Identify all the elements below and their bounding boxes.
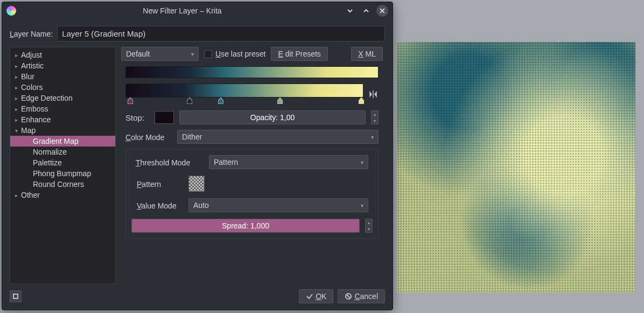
spread-spinner[interactable]: ▴▾: [365, 219, 373, 233]
cancel-button[interactable]: Cancel: [338, 289, 385, 303]
tree-item-colors[interactable]: ▸Colors: [10, 82, 115, 93]
tree-item-label: Edge Detection: [21, 94, 73, 102]
expand-icon[interactable]: ▸: [13, 85, 19, 91]
tree-item-label: Blur: [21, 72, 34, 81]
threshold-mode-combo[interactable]: Pattern▾: [209, 155, 368, 169]
tree-item-round-corners[interactable]: Round Corners: [10, 179, 115, 190]
ok-button[interactable]: OK: [299, 289, 333, 303]
tree-item-label: Artistic: [21, 61, 44, 70]
gradient-stop-handles[interactable]: [125, 98, 363, 105]
minimize-button[interactable]: [344, 5, 356, 17]
tree-item-label: Round Corners: [33, 180, 84, 189]
tree-item-label: Palettize: [33, 158, 62, 167]
new-filter-layer-dialog: New Filter Layer – Krita Layer Name: ▸Ad…: [2, 2, 393, 310]
window-title: New Filter Layer – Krita: [20, 6, 344, 15]
tree-item-phong-bumpmap[interactable]: Phong Bumpmap: [10, 168, 115, 179]
expand-icon[interactable]: ▾: [13, 128, 19, 134]
tree-item-label: Gradient Map: [33, 137, 79, 145]
layer-name-label: Layer Name:: [10, 30, 53, 38]
color-mode-combo[interactable]: Dither▾: [177, 130, 379, 144]
gradient-stop-handle[interactable]: [277, 98, 283, 104]
tree-item-label: Normalize: [33, 148, 67, 156]
tree-item-label: Map: [21, 126, 36, 135]
gradient-stop-handle[interactable]: [359, 98, 364, 104]
gradient-stop-handle[interactable]: [128, 98, 133, 104]
tree-item-label: Colors: [21, 83, 43, 92]
xml-button[interactable]: XML: [351, 47, 383, 61]
tree-item-label: Phong Bumpmap: [33, 169, 91, 178]
tree-item-label: Enhance: [21, 115, 51, 124]
tree-item-other[interactable]: ▸Other: [10, 190, 115, 200]
tree-item-label: Other: [21, 191, 40, 199]
spread-slider[interactable]: Spread: 1,000: [131, 219, 360, 233]
stop-label: Stop:: [125, 113, 149, 122]
tree-item-map[interactable]: ▾Map: [10, 125, 115, 136]
tree-item-adjust[interactable]: ▸Adjust: [10, 50, 115, 60]
gradient-editor[interactable]: [125, 84, 363, 98]
tree-item-label: Emboss: [21, 105, 48, 113]
stop-opacity-spinner[interactable]: ▴▾: [371, 110, 379, 124]
color-mode-label: Color Mode: [125, 133, 172, 142]
preset-combo[interactable]: Default▾: [121, 47, 199, 61]
filter-category-tree[interactable]: ▸Adjust▸Artistic▸Blur▸Colors▸Edge Detect…: [10, 47, 116, 284]
tree-item-blur[interactable]: ▸Blur: [10, 71, 115, 82]
gradient-preview: [125, 66, 379, 78]
tree-item-enhance[interactable]: ▸Enhance: [10, 114, 115, 125]
tree-item-edge-detection[interactable]: ▸Edge Detection: [10, 93, 115, 103]
tree-item-palettize[interactable]: Palettize: [10, 157, 115, 168]
expand-icon[interactable]: ▸: [13, 52, 19, 58]
krita-icon: [6, 6, 16, 16]
expand-icon[interactable]: ▸: [13, 117, 19, 123]
value-mode-label: Value Mode: [137, 201, 183, 210]
canvas-preview: [397, 42, 635, 293]
threshold-mode-label: Threshold Mode: [136, 158, 204, 167]
expand-icon[interactable]: ▸: [13, 106, 19, 112]
tree-item-normalize[interactable]: Normalize: [10, 147, 115, 157]
stop-opacity-slider[interactable]: Opacity: 1,00: [179, 110, 366, 124]
value-mode-combo[interactable]: Auto▾: [188, 198, 368, 212]
mirror-gradient-icon[interactable]: [368, 89, 379, 100]
gradient-stop-handle[interactable]: [218, 98, 223, 104]
maximize-button[interactable]: [360, 5, 372, 17]
dither-panel: Threshold Mode Pattern▾ Pattern Value Mo…: [125, 149, 379, 239]
preview-toggle-button[interactable]: [10, 290, 22, 302]
layer-name-input[interactable]: [57, 26, 385, 41]
gradient-stop-handle[interactable]: [187, 98, 192, 104]
tree-item-emboss[interactable]: ▸Emboss: [10, 103, 115, 114]
expand-icon[interactable]: ▸: [13, 63, 19, 69]
use-last-preset-checkbox[interactable]: Use last preset: [204, 50, 265, 58]
titlebar: New Filter Layer – Krita: [2, 2, 393, 19]
close-button[interactable]: [376, 5, 388, 17]
expand-icon[interactable]: ▸: [13, 192, 19, 198]
pattern-label: Pattern: [137, 179, 183, 189]
edit-presets-button[interactable]: Edit Presets: [271, 47, 327, 61]
expand-icon[interactable]: ▸: [13, 74, 19, 80]
tree-item-artistic[interactable]: ▸Artistic: [10, 60, 115, 71]
expand-icon[interactable]: ▸: [13, 95, 19, 101]
tree-item-gradient-map[interactable]: Gradient Map: [10, 136, 115, 147]
pattern-swatch[interactable]: [188, 176, 205, 192]
stop-color-swatch[interactable]: [155, 111, 174, 124]
tree-item-label: Adjust: [21, 51, 42, 59]
